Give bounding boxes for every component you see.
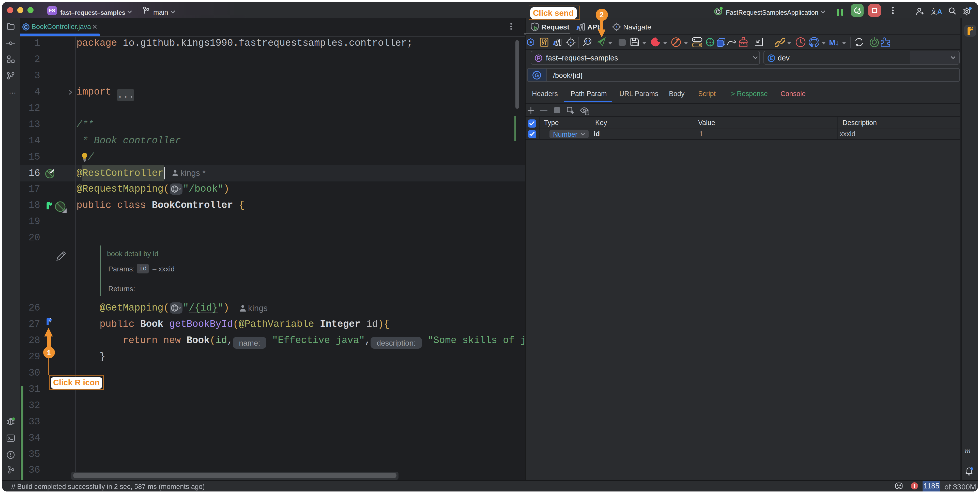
svg-text:G: G (535, 72, 539, 78)
